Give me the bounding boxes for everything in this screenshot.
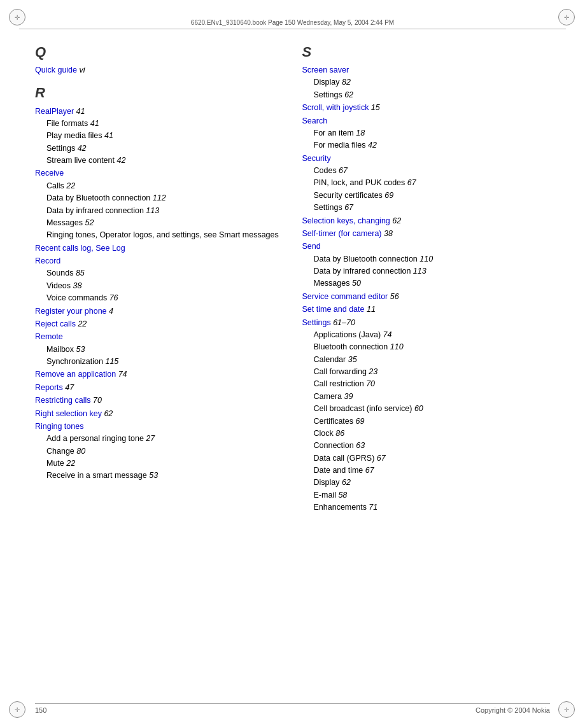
page-number: 150 — [35, 706, 46, 714]
index-entry: Ringing tonesAdd a personal ringing tone… — [35, 421, 283, 482]
index-entry-main: Security — [302, 153, 551, 165]
index-entry-main: Screen saver — [302, 64, 551, 76]
index-entry: Settings 61–70Applications (Java) 74Blue… — [302, 317, 551, 514]
index-sub-entry: Change 80 — [35, 445, 283, 458]
index-entry-main: Set time and date 11 — [302, 304, 551, 316]
index-entry-main: Recent calls log, See Log — [35, 242, 283, 255]
index-sub-entry: Clock 86 — [302, 428, 551, 440]
index-sub-entry: Camera 39 — [302, 391, 551, 403]
index-sub-entry: Cell broadcast (info service) 60 — [302, 403, 551, 415]
index-sub-entry: Calls 22 — [35, 180, 283, 192]
copyright: Copyright © 2004 Nokia — [476, 706, 550, 714]
index-entry: Screen saverDisplay 82Settings 62 — [302, 64, 551, 101]
index-entry: Selection keys, changing 62 — [302, 215, 551, 227]
index-entry-main: Settings 61–70 — [302, 317, 551, 329]
content-area: QQuick guide viRRealPlayer 41File format… — [35, 41, 550, 690]
index-sub-entry: Settings 62 — [302, 89, 551, 101]
index-sub-entry: Date and time 67 — [302, 465, 551, 477]
index-sub-entry: Settings 67 — [302, 202, 551, 214]
index-sub-entry: Voice commands 76 — [35, 292, 283, 304]
index-sub-entry: Videos 38 — [35, 280, 283, 292]
index-entry-main: Reports 47 — [35, 382, 283, 394]
index-entry-main: RealPlayer 41 — [35, 106, 283, 118]
index-sub-entry: Synchronization 115 — [35, 356, 283, 368]
section-letter-q: Q — [35, 41, 283, 63]
index-entry-main: Reject calls 22 — [35, 318, 283, 330]
index-sub-entry: Ringing tones, Operator logos, and setti… — [35, 229, 283, 241]
index-sub-entry: Sounds 85 — [35, 267, 283, 279]
index-sub-entry: Add a personal ringing tone 27 — [35, 433, 283, 445]
index-entry: Reject calls 22 — [35, 318, 283, 330]
index-sub-entry: For media files 42 — [302, 139, 551, 151]
index-sub-entry: PIN, lock, and PUK codes 67 — [302, 177, 551, 189]
corner-mark-br — [558, 701, 576, 719]
index-entry: Set time and date 11 — [302, 304, 551, 316]
index-entry-main: Restricting calls 70 — [35, 395, 283, 407]
index-entry-main: Scroll, with joystick 15 — [302, 102, 551, 114]
index-sub-entry: Data by Bluetooth connection 112 — [35, 192, 283, 204]
index-entry-main: Remote — [35, 331, 283, 343]
index-entry-main: Remove an application 74 — [35, 368, 283, 381]
corner-mark-bl — [9, 701, 27, 719]
index-entry: SearchFor an item 18For media files 42 — [302, 115, 551, 152]
index-entry-main: Service command editor 56 — [302, 291, 551, 303]
index-entry-main: Record — [35, 255, 283, 267]
index-entry: SecurityCodes 67PIN, lock, and PUK codes… — [302, 153, 551, 214]
index-sub-entry: Bluetooth connection 110 — [302, 341, 551, 353]
index-entry: RealPlayer 41File formats 41Play media f… — [35, 106, 283, 167]
index-entry: ReceiveCalls 22Data by Bluetooth connect… — [35, 167, 283, 241]
index-entry-main: Register your phone 4 — [35, 305, 283, 318]
index-entry-main: Receive — [35, 167, 283, 179]
index-sub-entry: Display 82 — [302, 76, 551, 88]
right-column: SScreen saverDisplay 82Settings 62Scroll… — [302, 41, 551, 690]
index-sub-entry: Data by infrared connection 113 — [35, 205, 283, 217]
index-sub-entry: Applications (Java) 74 — [302, 329, 551, 341]
index-entry: Reports 47 — [35, 382, 283, 394]
index-entry: Quick guide vi — [35, 64, 283, 76]
index-sub-entry: Messages 52 — [35, 217, 283, 229]
index-entry-main: Selection keys, changing 62 — [302, 215, 551, 227]
index-sub-entry: For an item 18 — [302, 127, 551, 139]
index-sub-entry: Stream live content 42 — [35, 155, 283, 167]
section-letter-s: S — [302, 41, 551, 63]
index-sub-entry: Display 62 — [302, 477, 551, 489]
index-entry: Remove an application 74 — [35, 368, 283, 381]
index-entry: Restricting calls 70 — [35, 395, 283, 407]
index-entry: Service command editor 56 — [302, 291, 551, 303]
index-entry-main: Self-timer (for camera) 38 — [302, 228, 551, 240]
index-sub-entry: Settings 42 — [35, 143, 283, 155]
page-header: 6620.ENv1_9310640.book Page 150 Wednesda… — [19, 19, 566, 29]
index-sub-entry: Calendar 35 — [302, 354, 551, 366]
index-entry: RecordSounds 85Videos 38Voice commands 7… — [35, 255, 283, 305]
index-sub-entry: Data call (GPRS) 67 — [302, 452, 551, 465]
index-entry: Self-timer (for camera) 38 — [302, 228, 551, 240]
index-entry: Right selection key 62 — [35, 408, 283, 420]
index-sub-entry: E-mail 58 — [302, 489, 551, 501]
index-sub-entry: Connection 63 — [302, 440, 551, 452]
index-entry-main: Quick guide vi — [35, 64, 283, 76]
index-sub-entry: Security certificates 69 — [302, 190, 551, 202]
index-sub-entry: Certificates 69 — [302, 416, 551, 428]
index-entry: RemoteMailbox 53Synchronization 115 — [35, 331, 283, 368]
index-sub-entry: Receive in a smart message 53 — [35, 470, 283, 482]
index-sub-entry: Mailbox 53 — [35, 344, 283, 356]
index-entry-main: Ringing tones — [35, 421, 283, 433]
index-entry-main: Search — [302, 115, 551, 127]
index-sub-entry: Play media files 41 — [35, 130, 283, 142]
index-entry: SendData by Bluetooth connection 110Data… — [302, 241, 551, 290]
index-sub-entry: Data by Bluetooth connection 110 — [302, 253, 551, 265]
index-entry-main: Right selection key 62 — [35, 408, 283, 420]
index-entry-main: Send — [302, 241, 551, 253]
page-footer: 150 Copyright © 2004 Nokia — [35, 703, 550, 714]
index-sub-entry: File formats 41 — [35, 118, 283, 130]
index-sub-entry: Messages 50 — [302, 277, 551, 290]
index-sub-entry: Call forwarding 23 — [302, 366, 551, 378]
section-letter-r: R — [35, 82, 283, 104]
index-sub-entry: Call restriction 70 — [302, 378, 551, 390]
index-entry: Recent calls log, See Log — [35, 242, 283, 255]
index-entry: Scroll, with joystick 15 — [302, 102, 551, 114]
index-sub-entry: Enhancements 71 — [302, 501, 551, 514]
index-entry: Register your phone 4 — [35, 305, 283, 318]
index-sub-entry: Codes 67 — [302, 165, 551, 177]
index-sub-entry: Data by infrared connection 113 — [302, 265, 551, 277]
